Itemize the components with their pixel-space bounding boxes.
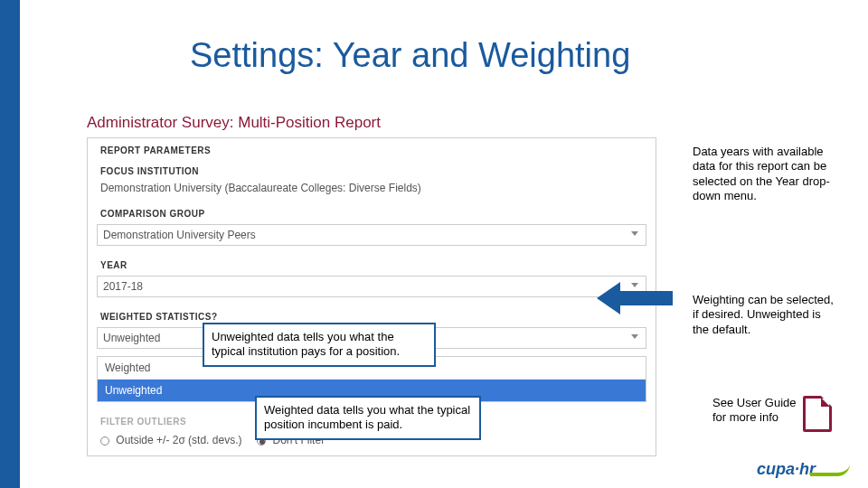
weighted-value: Unweighted [103, 332, 160, 344]
note-weighting: Weighting can be selected, if desired. U… [693, 293, 839, 337]
focus-institution-label: FOCUS INSTITUTION [88, 159, 656, 180]
year-label: YEAR [88, 253, 656, 274]
chevron-down-icon [631, 334, 638, 339]
page-title: Settings: Year and Weighting [190, 36, 630, 75]
year-value: 2017-18 [103, 280, 143, 293]
comparison-group-dropdown[interactable]: Demonstration University Peers [97, 224, 646, 246]
comparison-group-value: Demonstration University Peers [103, 229, 256, 241]
swoosh-icon [810, 464, 850, 476]
callout-weighted: Weighted data tells you what the typical… [255, 396, 481, 440]
radio-outside-2sd[interactable] [100, 436, 109, 446]
survey-title: Administrator Survey: Multi-Position Rep… [87, 114, 381, 132]
slide: Settings: Year and Weighting Administrat… [0, 0, 868, 488]
callout-unweighted: Unweighted data tells you what the typic… [203, 323, 436, 367]
logo-text: cupa·hr [757, 460, 816, 478]
comparison-group-label: COMPARISON GROUP [88, 202, 656, 222]
document-icon [803, 396, 832, 432]
report-params-label: REPORT PARAMETERS [88, 138, 656, 159]
accent-bar [0, 0, 20, 488]
chevron-down-icon [631, 231, 638, 236]
logo: cupa·hr [757, 460, 850, 479]
year-dropdown[interactable]: 2017-18 [97, 276, 646, 297]
chevron-down-icon [631, 283, 638, 287]
note-data-years: Data years with available data for this … [693, 145, 835, 203]
radio-outside-2sd-label: Outside +/- 2σ (std. devs.) [116, 434, 241, 446]
focus-institution-value: Demonstration University (Baccalaureate … [88, 180, 656, 202]
note-user-guide: See User Guide for more info [712, 396, 798, 426]
